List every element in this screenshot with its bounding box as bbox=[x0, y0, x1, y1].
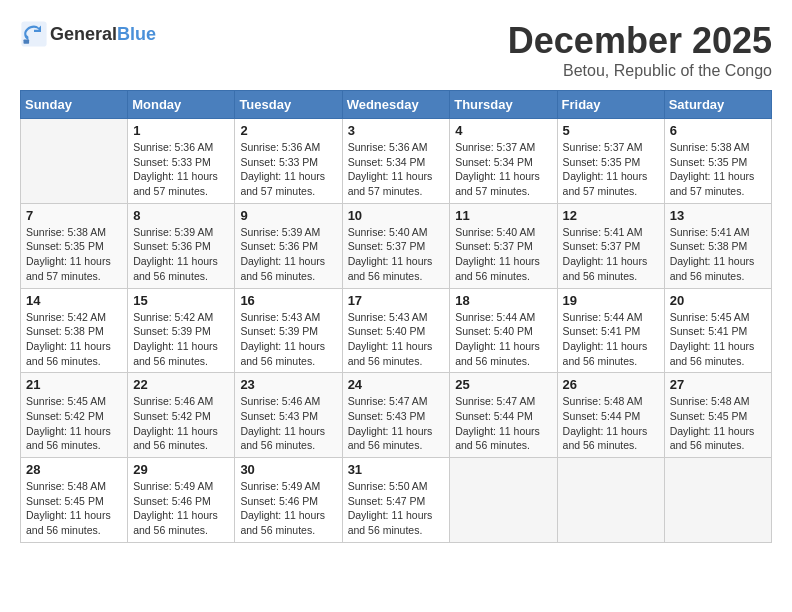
day-info: Sunrise: 5:48 AM Sunset: 5:44 PM Dayligh… bbox=[563, 394, 659, 453]
day-number: 24 bbox=[348, 377, 445, 392]
day-info: Sunrise: 5:42 AM Sunset: 5:39 PM Dayligh… bbox=[133, 310, 229, 369]
day-number: 3 bbox=[348, 123, 445, 138]
calendar-week-row: 28Sunrise: 5:48 AM Sunset: 5:45 PM Dayli… bbox=[21, 458, 772, 543]
calendar-cell: 15Sunrise: 5:42 AM Sunset: 5:39 PM Dayli… bbox=[128, 288, 235, 373]
day-info: Sunrise: 5:43 AM Sunset: 5:39 PM Dayligh… bbox=[240, 310, 336, 369]
day-info: Sunrise: 5:44 AM Sunset: 5:40 PM Dayligh… bbox=[455, 310, 551, 369]
day-number: 4 bbox=[455, 123, 551, 138]
calendar-cell: 19Sunrise: 5:44 AM Sunset: 5:41 PM Dayli… bbox=[557, 288, 664, 373]
day-info: Sunrise: 5:39 AM Sunset: 5:36 PM Dayligh… bbox=[133, 225, 229, 284]
day-info: Sunrise: 5:36 AM Sunset: 5:33 PM Dayligh… bbox=[133, 140, 229, 199]
day-number: 5 bbox=[563, 123, 659, 138]
calendar-cell: 2Sunrise: 5:36 AM Sunset: 5:33 PM Daylig… bbox=[235, 119, 342, 204]
day-info: Sunrise: 5:45 AM Sunset: 5:41 PM Dayligh… bbox=[670, 310, 766, 369]
day-number: 1 bbox=[133, 123, 229, 138]
calendar-week-row: 1Sunrise: 5:36 AM Sunset: 5:33 PM Daylig… bbox=[21, 119, 772, 204]
day-info: Sunrise: 5:41 AM Sunset: 5:37 PM Dayligh… bbox=[563, 225, 659, 284]
calendar-cell: 10Sunrise: 5:40 AM Sunset: 5:37 PM Dayli… bbox=[342, 203, 450, 288]
day-number: 16 bbox=[240, 293, 336, 308]
day-info: Sunrise: 5:46 AM Sunset: 5:43 PM Dayligh… bbox=[240, 394, 336, 453]
calendar-week-row: 7Sunrise: 5:38 AM Sunset: 5:35 PM Daylig… bbox=[21, 203, 772, 288]
location-title: Betou, Republic of the Congo bbox=[508, 62, 772, 80]
calendar-cell: 22Sunrise: 5:46 AM Sunset: 5:42 PM Dayli… bbox=[128, 373, 235, 458]
calendar-cell: 17Sunrise: 5:43 AM Sunset: 5:40 PM Dayli… bbox=[342, 288, 450, 373]
day-info: Sunrise: 5:43 AM Sunset: 5:40 PM Dayligh… bbox=[348, 310, 445, 369]
day-number: 27 bbox=[670, 377, 766, 392]
day-info: Sunrise: 5:49 AM Sunset: 5:46 PM Dayligh… bbox=[133, 479, 229, 538]
calendar-cell: 6Sunrise: 5:38 AM Sunset: 5:35 PM Daylig… bbox=[664, 119, 771, 204]
day-info: Sunrise: 5:49 AM Sunset: 5:46 PM Dayligh… bbox=[240, 479, 336, 538]
day-info: Sunrise: 5:36 AM Sunset: 5:33 PM Dayligh… bbox=[240, 140, 336, 199]
day-info: Sunrise: 5:39 AM Sunset: 5:36 PM Dayligh… bbox=[240, 225, 336, 284]
day-info: Sunrise: 5:48 AM Sunset: 5:45 PM Dayligh… bbox=[26, 479, 122, 538]
logo-general: General bbox=[50, 24, 117, 44]
calendar-cell: 28Sunrise: 5:48 AM Sunset: 5:45 PM Dayli… bbox=[21, 458, 128, 543]
calendar-cell: 23Sunrise: 5:46 AM Sunset: 5:43 PM Dayli… bbox=[235, 373, 342, 458]
day-number: 28 bbox=[26, 462, 122, 477]
day-info: Sunrise: 5:48 AM Sunset: 5:45 PM Dayligh… bbox=[670, 394, 766, 453]
day-number: 11 bbox=[455, 208, 551, 223]
calendar-cell: 29Sunrise: 5:49 AM Sunset: 5:46 PM Dayli… bbox=[128, 458, 235, 543]
day-number: 26 bbox=[563, 377, 659, 392]
calendar-week-row: 14Sunrise: 5:42 AM Sunset: 5:38 PM Dayli… bbox=[21, 288, 772, 373]
calendar-cell: 18Sunrise: 5:44 AM Sunset: 5:40 PM Dayli… bbox=[450, 288, 557, 373]
day-number: 12 bbox=[563, 208, 659, 223]
day-number: 2 bbox=[240, 123, 336, 138]
calendar-cell bbox=[664, 458, 771, 543]
day-number: 31 bbox=[348, 462, 445, 477]
day-info: Sunrise: 5:42 AM Sunset: 5:38 PM Dayligh… bbox=[26, 310, 122, 369]
day-number: 20 bbox=[670, 293, 766, 308]
calendar-cell: 20Sunrise: 5:45 AM Sunset: 5:41 PM Dayli… bbox=[664, 288, 771, 373]
month-title: December 2025 bbox=[508, 20, 772, 62]
day-number: 21 bbox=[26, 377, 122, 392]
calendar-day-header: Friday bbox=[557, 91, 664, 119]
calendar-cell: 4Sunrise: 5:37 AM Sunset: 5:34 PM Daylig… bbox=[450, 119, 557, 204]
day-info: Sunrise: 5:45 AM Sunset: 5:42 PM Dayligh… bbox=[26, 394, 122, 453]
calendar-cell: 16Sunrise: 5:43 AM Sunset: 5:39 PM Dayli… bbox=[235, 288, 342, 373]
calendar-cell: 30Sunrise: 5:49 AM Sunset: 5:46 PM Dayli… bbox=[235, 458, 342, 543]
calendar-cell bbox=[450, 458, 557, 543]
calendar-day-header: Saturday bbox=[664, 91, 771, 119]
calendar-day-header: Thursday bbox=[450, 91, 557, 119]
calendar: SundayMondayTuesdayWednesdayThursdayFrid… bbox=[20, 90, 772, 543]
calendar-cell: 25Sunrise: 5:47 AM Sunset: 5:44 PM Dayli… bbox=[450, 373, 557, 458]
calendar-cell: 9Sunrise: 5:39 AM Sunset: 5:36 PM Daylig… bbox=[235, 203, 342, 288]
calendar-cell: 31Sunrise: 5:50 AM Sunset: 5:47 PM Dayli… bbox=[342, 458, 450, 543]
calendar-week-row: 21Sunrise: 5:45 AM Sunset: 5:42 PM Dayli… bbox=[21, 373, 772, 458]
day-info: Sunrise: 5:44 AM Sunset: 5:41 PM Dayligh… bbox=[563, 310, 659, 369]
day-number: 13 bbox=[670, 208, 766, 223]
calendar-cell bbox=[557, 458, 664, 543]
day-number: 30 bbox=[240, 462, 336, 477]
calendar-cell: 7Sunrise: 5:38 AM Sunset: 5:35 PM Daylig… bbox=[21, 203, 128, 288]
day-number: 6 bbox=[670, 123, 766, 138]
calendar-cell: 12Sunrise: 5:41 AM Sunset: 5:37 PM Dayli… bbox=[557, 203, 664, 288]
calendar-day-header: Monday bbox=[128, 91, 235, 119]
calendar-cell bbox=[21, 119, 128, 204]
day-info: Sunrise: 5:40 AM Sunset: 5:37 PM Dayligh… bbox=[348, 225, 445, 284]
calendar-day-header: Wednesday bbox=[342, 91, 450, 119]
svg-rect-1 bbox=[24, 40, 30, 44]
general-blue-icon bbox=[20, 20, 48, 48]
calendar-day-header: Sunday bbox=[21, 91, 128, 119]
day-number: 22 bbox=[133, 377, 229, 392]
logo: GeneralBlue bbox=[20, 20, 156, 48]
day-info: Sunrise: 5:36 AM Sunset: 5:34 PM Dayligh… bbox=[348, 140, 445, 199]
calendar-cell: 3Sunrise: 5:36 AM Sunset: 5:34 PM Daylig… bbox=[342, 119, 450, 204]
day-number: 14 bbox=[26, 293, 122, 308]
calendar-cell: 21Sunrise: 5:45 AM Sunset: 5:42 PM Dayli… bbox=[21, 373, 128, 458]
day-info: Sunrise: 5:38 AM Sunset: 5:35 PM Dayligh… bbox=[26, 225, 122, 284]
day-info: Sunrise: 5:46 AM Sunset: 5:42 PM Dayligh… bbox=[133, 394, 229, 453]
day-number: 18 bbox=[455, 293, 551, 308]
day-number: 17 bbox=[348, 293, 445, 308]
calendar-header-row: SundayMondayTuesdayWednesdayThursdayFrid… bbox=[21, 91, 772, 119]
calendar-cell: 1Sunrise: 5:36 AM Sunset: 5:33 PM Daylig… bbox=[128, 119, 235, 204]
day-info: Sunrise: 5:47 AM Sunset: 5:44 PM Dayligh… bbox=[455, 394, 551, 453]
calendar-cell: 26Sunrise: 5:48 AM Sunset: 5:44 PM Dayli… bbox=[557, 373, 664, 458]
calendar-cell: 24Sunrise: 5:47 AM Sunset: 5:43 PM Dayli… bbox=[342, 373, 450, 458]
day-number: 23 bbox=[240, 377, 336, 392]
calendar-cell: 27Sunrise: 5:48 AM Sunset: 5:45 PM Dayli… bbox=[664, 373, 771, 458]
day-info: Sunrise: 5:38 AM Sunset: 5:35 PM Dayligh… bbox=[670, 140, 766, 199]
day-number: 8 bbox=[133, 208, 229, 223]
day-number: 10 bbox=[348, 208, 445, 223]
calendar-cell: 13Sunrise: 5:41 AM Sunset: 5:38 PM Dayli… bbox=[664, 203, 771, 288]
